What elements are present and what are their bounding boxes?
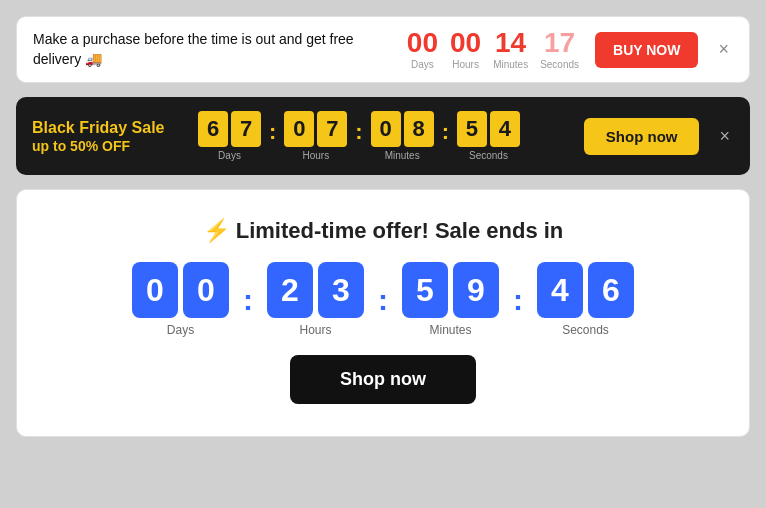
lt-icon: ⚡ xyxy=(203,218,230,244)
bf-hours-unit: 0 7 Hours xyxy=(284,111,347,161)
lt-minutes-digits: 5 9 xyxy=(402,262,499,318)
bf-hours-label: Hours xyxy=(302,150,329,161)
lt-countdown: 0 0 Days : 2 3 Hours : 5 9 Minutes : 4 6 xyxy=(132,262,634,337)
lt-minutes-d2: 9 xyxy=(453,262,499,318)
lt-seconds-digits: 4 6 xyxy=(537,262,634,318)
lt-days-label: Days xyxy=(167,323,194,337)
bf-title: Black Friday Sale xyxy=(32,118,182,138)
lt-title-row: ⚡ Limited-time offer! Sale ends in xyxy=(203,218,564,244)
lt-sep1: : xyxy=(243,283,253,337)
lt-sep3: : xyxy=(513,283,523,337)
lt-minutes-unit: 5 9 Minutes xyxy=(402,262,499,337)
lt-title: Limited-time offer! Sale ends in xyxy=(236,218,564,244)
lt-hours-d2: 3 xyxy=(318,262,364,318)
delivery-text: Make a purchase before the time is out a… xyxy=(33,30,391,69)
b1-hours-value: 00 xyxy=(450,29,481,57)
lt-sep2: : xyxy=(378,283,388,337)
limited-time-banner: ⚡ Limited-time offer! Sale ends in 0 0 D… xyxy=(16,189,750,437)
b1-days-unit: 00 Days xyxy=(407,29,438,70)
b1-seconds-value: 17 xyxy=(544,29,575,57)
lt-hours-d1: 2 xyxy=(267,262,313,318)
lt-days-unit: 0 0 Days xyxy=(132,262,229,337)
bf-sep2: : xyxy=(355,119,362,161)
bf-hours-d1: 0 xyxy=(284,111,314,147)
lt-seconds-d2: 6 xyxy=(588,262,634,318)
lt-hours-digits: 2 3 xyxy=(267,262,364,318)
black-friday-banner: Black Friday Sale up to 50% OFF 6 7 Days… xyxy=(16,97,750,175)
lt-minutes-label: Minutes xyxy=(429,323,471,337)
bf-days-unit: 6 7 Days xyxy=(198,111,261,161)
bf-seconds-d1: 5 xyxy=(457,111,487,147)
buy-now-button[interactable]: BUY NOW xyxy=(595,32,698,68)
bf-countdown: 6 7 Days : 0 7 Hours : 0 8 Minutes : 5 4 xyxy=(198,111,520,161)
b1-hours-unit: 00 Hours xyxy=(450,29,481,70)
bf-subtitle: up to 50% OFF xyxy=(32,138,182,154)
banner1-countdown: 00 Days 00 Hours 14 Minutes 17 Seconds xyxy=(407,29,579,70)
delivery-banner: Make a purchase before the time is out a… xyxy=(16,16,750,83)
lt-minutes-d1: 5 xyxy=(402,262,448,318)
bf-close-button[interactable]: × xyxy=(715,122,734,151)
b1-minutes-value: 14 xyxy=(495,29,526,57)
b1-seconds-unit: 17 Seconds xyxy=(540,29,579,70)
bf-minutes-digits: 0 8 xyxy=(371,111,434,147)
bf-days-digits: 6 7 xyxy=(198,111,261,147)
bf-seconds-label: Seconds xyxy=(469,150,508,161)
bf-minutes-unit: 0 8 Minutes xyxy=(371,111,434,161)
b1-minutes-unit: 14 Minutes xyxy=(493,29,528,70)
b1-minutes-label: Minutes xyxy=(493,59,528,70)
bf-minutes-d2: 8 xyxy=(404,111,434,147)
b1-days-label: Days xyxy=(411,59,434,70)
lt-seconds-unit: 4 6 Seconds xyxy=(537,262,634,337)
bf-sep1: : xyxy=(269,119,276,161)
bf-seconds-digits: 5 4 xyxy=(457,111,520,147)
lt-shop-now-button[interactable]: Shop now xyxy=(290,355,476,404)
bf-hours-digits: 0 7 xyxy=(284,111,347,147)
bf-text-group: Black Friday Sale up to 50% OFF xyxy=(32,118,182,154)
bf-days-label: Days xyxy=(218,150,241,161)
lt-days-digits: 0 0 xyxy=(132,262,229,318)
lt-hours-label: Hours xyxy=(299,323,331,337)
lt-days-d2: 0 xyxy=(183,262,229,318)
lt-days-d1: 0 xyxy=(132,262,178,318)
bf-minutes-d1: 0 xyxy=(371,111,401,147)
bf-sep3: : xyxy=(442,119,449,161)
bf-shop-now-button[interactable]: Shop now xyxy=(584,118,700,155)
lt-seconds-d1: 4 xyxy=(537,262,583,318)
b1-days-value: 00 xyxy=(407,29,438,57)
b1-hours-label: Hours xyxy=(452,59,479,70)
b1-seconds-label: Seconds xyxy=(540,59,579,70)
bf-seconds-d2: 4 xyxy=(490,111,520,147)
bf-hours-d2: 7 xyxy=(317,111,347,147)
lt-hours-unit: 2 3 Hours xyxy=(267,262,364,337)
bf-seconds-unit: 5 4 Seconds xyxy=(457,111,520,161)
banner1-close-button[interactable]: × xyxy=(714,35,733,64)
bf-days-d2: 7 xyxy=(231,111,261,147)
lt-seconds-label: Seconds xyxy=(562,323,609,337)
bf-days-d1: 6 xyxy=(198,111,228,147)
bf-minutes-label: Minutes xyxy=(385,150,420,161)
